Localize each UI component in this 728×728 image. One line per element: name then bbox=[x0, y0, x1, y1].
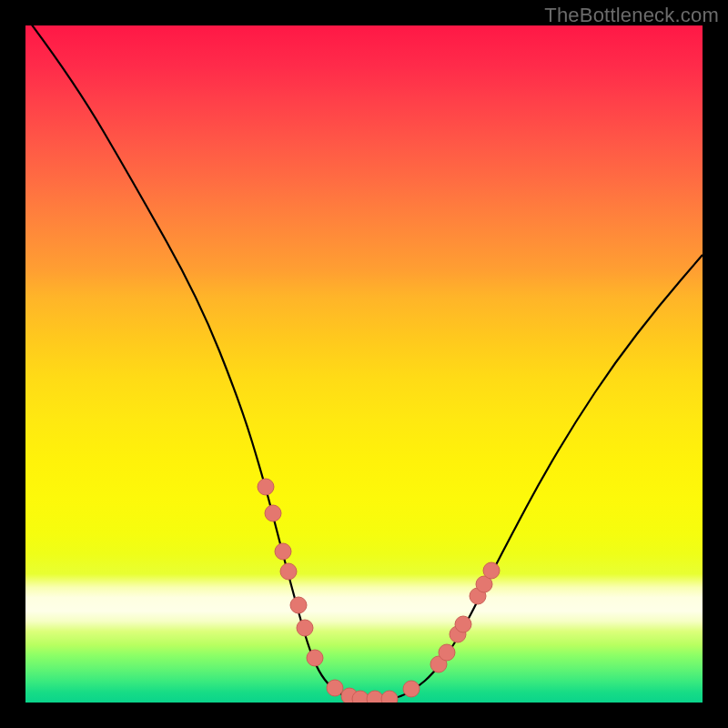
curve-marker bbox=[258, 479, 274, 495]
plot-area bbox=[25, 25, 703, 703]
curve-markers bbox=[258, 479, 500, 703]
bottleneck-curve bbox=[25, 25, 703, 703]
curve-marker bbox=[381, 691, 398, 703]
curve-marker bbox=[483, 562, 500, 579]
curve-path bbox=[25, 25, 703, 701]
curve-marker bbox=[297, 620, 313, 636]
curve-marker bbox=[352, 691, 369, 703]
curve-marker bbox=[290, 597, 307, 613]
curve-marker bbox=[455, 616, 471, 632]
curve-marker bbox=[280, 563, 297, 580]
chart-frame: TheBottleneck.com bbox=[0, 0, 728, 728]
curve-marker bbox=[265, 505, 281, 521]
curve-marker bbox=[275, 543, 291, 560]
curve-marker bbox=[307, 650, 323, 666]
watermark-text: TheBottleneck.com bbox=[544, 4, 719, 27]
curve-marker bbox=[439, 644, 455, 661]
curve-marker bbox=[403, 681, 420, 697]
curve-marker bbox=[367, 691, 383, 703]
curve-marker bbox=[327, 680, 343, 696]
